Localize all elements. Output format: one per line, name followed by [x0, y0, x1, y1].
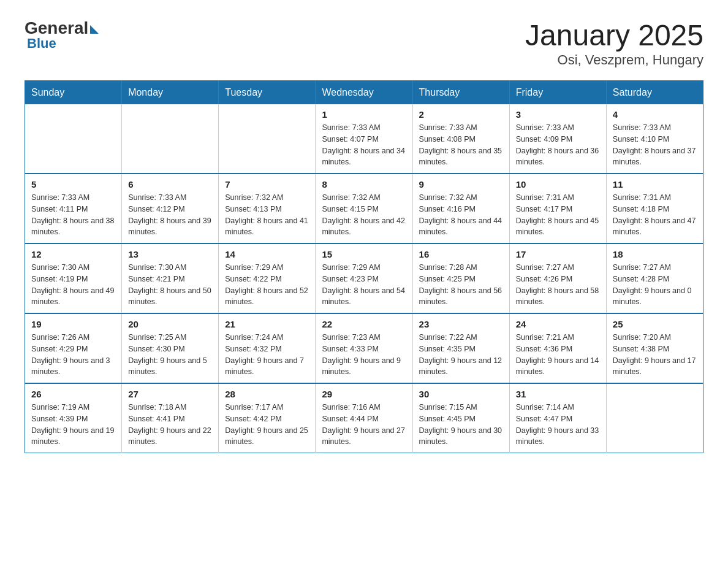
day-info: Sunrise: 7:32 AM Sunset: 4:15 PM Dayligh…: [322, 192, 406, 238]
day-number: 13: [128, 249, 212, 259]
day-number: 31: [516, 389, 600, 399]
calendar-cell: 11Sunrise: 7:31 AM Sunset: 4:18 PM Dayli…: [606, 174, 703, 243]
calendar-cell: 10Sunrise: 7:31 AM Sunset: 4:17 PM Dayli…: [509, 174, 606, 243]
calendar-table: SundayMondayTuesdayWednesdayThursdayFrid…: [25, 80, 703, 453]
header-day-thursday: Thursday: [412, 81, 509, 105]
day-number: 27: [128, 389, 212, 399]
day-number: 19: [31, 319, 115, 329]
day-number: 26: [31, 389, 115, 399]
calendar-cell: 8Sunrise: 7:32 AM Sunset: 4:15 PM Daylig…: [316, 174, 412, 243]
day-number: 6: [128, 179, 212, 190]
day-number: 2: [419, 109, 503, 120]
day-number: 12: [31, 249, 115, 259]
calendar-cell: 19Sunrise: 7:26 AM Sunset: 4:29 PM Dayli…: [25, 313, 122, 383]
calendar-title: January 2025: [525, 18, 703, 52]
day-number: 11: [613, 179, 697, 190]
calendar-cell: 24Sunrise: 7:21 AM Sunset: 4:36 PM Dayli…: [509, 313, 606, 383]
day-number: 17: [516, 249, 600, 259]
calendar-cell: 7Sunrise: 7:32 AM Sunset: 4:13 PM Daylig…: [219, 174, 316, 243]
calendar-cell: 4Sunrise: 7:33 AM Sunset: 4:10 PM Daylig…: [606, 104, 703, 174]
day-info: Sunrise: 7:19 AM Sunset: 4:39 PM Dayligh…: [31, 402, 115, 448]
day-info: Sunrise: 7:33 AM Sunset: 4:07 PM Dayligh…: [322, 122, 406, 168]
header-day-sunday: Sunday: [25, 81, 122, 105]
calendar-cell: 1Sunrise: 7:33 AM Sunset: 4:07 PM Daylig…: [316, 104, 412, 174]
calendar-cell: 22Sunrise: 7:23 AM Sunset: 4:33 PM Dayli…: [316, 313, 412, 383]
day-info: Sunrise: 7:30 AM Sunset: 4:19 PM Dayligh…: [31, 262, 115, 308]
calendar-cell: 16Sunrise: 7:28 AM Sunset: 4:25 PM Dayli…: [412, 243, 509, 313]
calendar-cell: 20Sunrise: 7:25 AM Sunset: 4:30 PM Dayli…: [122, 313, 219, 383]
day-info: Sunrise: 7:31 AM Sunset: 4:17 PM Dayligh…: [516, 192, 600, 238]
day-number: 25: [613, 319, 697, 329]
calendar-cell: 25Sunrise: 7:20 AM Sunset: 4:38 PM Dayli…: [606, 313, 703, 383]
day-number: 5: [31, 179, 115, 190]
calendar-week-2: 5Sunrise: 7:33 AM Sunset: 4:11 PM Daylig…: [25, 174, 703, 243]
page-header: General Blue January 2025 Osi, Veszprem,…: [25, 18, 703, 68]
calendar-header: SundayMondayTuesdayWednesdayThursdayFrid…: [25, 81, 703, 105]
day-info: Sunrise: 7:20 AM Sunset: 4:38 PM Dayligh…: [613, 332, 697, 378]
calendar-cell: 31Sunrise: 7:14 AM Sunset: 4:47 PM Dayli…: [509, 383, 606, 453]
day-number: 4: [613, 109, 697, 120]
day-info: Sunrise: 7:21 AM Sunset: 4:36 PM Dayligh…: [516, 332, 600, 378]
day-number: 20: [128, 319, 212, 329]
day-info: Sunrise: 7:32 AM Sunset: 4:16 PM Dayligh…: [419, 192, 503, 238]
calendar-cell: 28Sunrise: 7:17 AM Sunset: 4:42 PM Dayli…: [219, 383, 316, 453]
calendar-cell: [122, 104, 219, 174]
day-info: Sunrise: 7:29 AM Sunset: 4:22 PM Dayligh…: [225, 262, 309, 308]
day-info: Sunrise: 7:18 AM Sunset: 4:41 PM Dayligh…: [128, 402, 212, 448]
day-info: Sunrise: 7:33 AM Sunset: 4:12 PM Dayligh…: [128, 192, 212, 238]
header-day-monday: Monday: [122, 81, 219, 105]
calendar-cell: 27Sunrise: 7:18 AM Sunset: 4:41 PM Dayli…: [122, 383, 219, 453]
day-info: Sunrise: 7:26 AM Sunset: 4:29 PM Dayligh…: [31, 332, 115, 378]
logo: General Blue: [25, 18, 99, 52]
calendar-cell: 21Sunrise: 7:24 AM Sunset: 4:32 PM Dayli…: [219, 313, 316, 383]
header-day-tuesday: Tuesday: [219, 81, 316, 105]
day-info: Sunrise: 7:33 AM Sunset: 4:08 PM Dayligh…: [419, 122, 503, 168]
day-number: 28: [225, 389, 309, 399]
day-info: Sunrise: 7:28 AM Sunset: 4:25 PM Dayligh…: [419, 262, 503, 308]
day-info: Sunrise: 7:33 AM Sunset: 4:09 PM Dayligh…: [516, 122, 600, 168]
calendar-subtitle: Osi, Veszprem, Hungary: [525, 52, 703, 68]
day-number: 22: [322, 319, 406, 329]
day-info: Sunrise: 7:29 AM Sunset: 4:23 PM Dayligh…: [322, 262, 406, 308]
header-day-wednesday: Wednesday: [316, 81, 412, 105]
day-number: 14: [225, 249, 309, 259]
day-number: 29: [322, 389, 406, 399]
calendar-week-1: 1Sunrise: 7:33 AM Sunset: 4:07 PM Daylig…: [25, 104, 703, 174]
day-info: Sunrise: 7:25 AM Sunset: 4:30 PM Dayligh…: [128, 332, 212, 378]
calendar-cell: 9Sunrise: 7:32 AM Sunset: 4:16 PM Daylig…: [412, 174, 509, 243]
day-info: Sunrise: 7:27 AM Sunset: 4:28 PM Dayligh…: [613, 262, 697, 308]
logo-arrow-icon: [90, 25, 99, 34]
calendar-cell: [606, 383, 703, 453]
day-number: 18: [613, 249, 697, 259]
day-number: 10: [516, 179, 600, 190]
calendar-cell: 12Sunrise: 7:30 AM Sunset: 4:19 PM Dayli…: [25, 243, 122, 313]
day-info: Sunrise: 7:24 AM Sunset: 4:32 PM Dayligh…: [225, 332, 309, 378]
calendar-body: 1Sunrise: 7:33 AM Sunset: 4:07 PM Daylig…: [25, 104, 703, 453]
day-info: Sunrise: 7:33 AM Sunset: 4:11 PM Dayligh…: [31, 192, 115, 238]
day-info: Sunrise: 7:30 AM Sunset: 4:21 PM Dayligh…: [128, 262, 212, 308]
day-info: Sunrise: 7:27 AM Sunset: 4:26 PM Dayligh…: [516, 262, 600, 308]
day-info: Sunrise: 7:32 AM Sunset: 4:13 PM Dayligh…: [225, 192, 309, 238]
calendar-cell: 17Sunrise: 7:27 AM Sunset: 4:26 PM Dayli…: [509, 243, 606, 313]
day-info: Sunrise: 7:17 AM Sunset: 4:42 PM Dayligh…: [225, 402, 309, 448]
day-info: Sunrise: 7:22 AM Sunset: 4:35 PM Dayligh…: [419, 332, 503, 378]
day-number: 30: [419, 389, 503, 399]
calendar-cell: 14Sunrise: 7:29 AM Sunset: 4:22 PM Dayli…: [219, 243, 316, 313]
day-number: 15: [322, 249, 406, 259]
day-number: 7: [225, 179, 309, 190]
day-number: 3: [516, 109, 600, 120]
calendar-cell: 23Sunrise: 7:22 AM Sunset: 4:35 PM Dayli…: [412, 313, 509, 383]
day-info: Sunrise: 7:15 AM Sunset: 4:45 PM Dayligh…: [419, 402, 503, 448]
header-day-friday: Friday: [509, 81, 606, 105]
title-section: January 2025 Osi, Veszprem, Hungary: [525, 18, 703, 68]
calendar-cell: 29Sunrise: 7:16 AM Sunset: 4:44 PM Dayli…: [316, 383, 412, 453]
calendar-cell: 26Sunrise: 7:19 AM Sunset: 4:39 PM Dayli…: [25, 383, 122, 453]
day-number: 24: [516, 319, 600, 329]
calendar-cell: 15Sunrise: 7:29 AM Sunset: 4:23 PM Dayli…: [316, 243, 412, 313]
day-number: 16: [419, 249, 503, 259]
calendar-cell: 6Sunrise: 7:33 AM Sunset: 4:12 PM Daylig…: [122, 174, 219, 243]
calendar-cell: 30Sunrise: 7:15 AM Sunset: 4:45 PM Dayli…: [412, 383, 509, 453]
day-info: Sunrise: 7:33 AM Sunset: 4:10 PM Dayligh…: [613, 122, 697, 168]
calendar-cell: 18Sunrise: 7:27 AM Sunset: 4:28 PM Dayli…: [606, 243, 703, 313]
calendar-cell: 2Sunrise: 7:33 AM Sunset: 4:08 PM Daylig…: [412, 104, 509, 174]
